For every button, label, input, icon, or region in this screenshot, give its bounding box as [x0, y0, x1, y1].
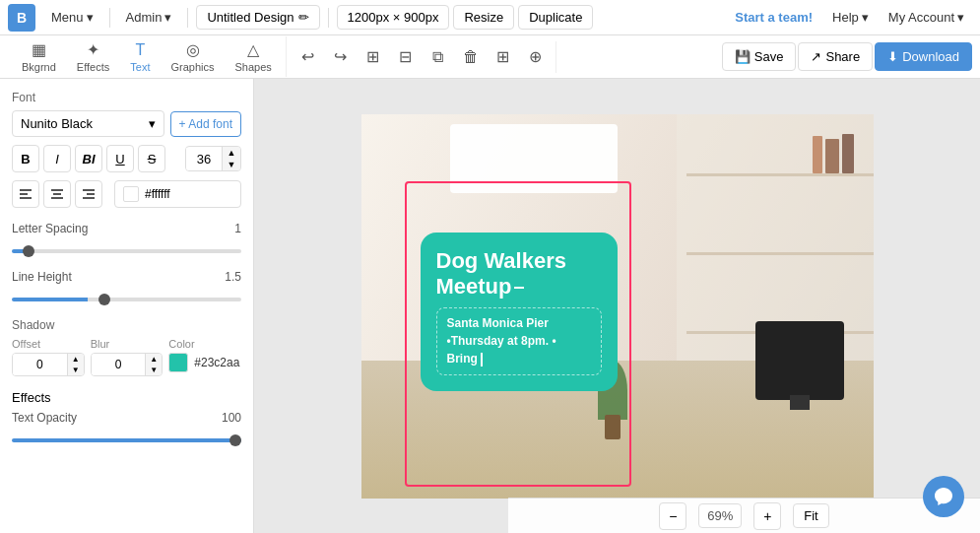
admin-button[interactable]: Admin ▾: [118, 6, 180, 29]
copy-button[interactable]: ⧉: [423, 41, 454, 73]
tool-tabs: ▦ Bkgrnd ✦ Effects T Text ◎ Graphics △ S…: [8, 36, 287, 77]
text-opacity-value: 100: [222, 411, 241, 425]
plant-pot: [605, 415, 621, 439]
shadow-blur-field: Blur ▲ ▼: [91, 338, 163, 376]
opacity-slider-container: [12, 431, 241, 445]
zoom-in-button[interactable]: +: [753, 502, 781, 530]
download-icon: ⬇: [887, 49, 898, 64]
tab-effects[interactable]: ✦ Effects: [67, 36, 119, 77]
main-area: Font Nunito Black ▾ + Add font B I: [0, 79, 980, 533]
magnet-button[interactable]: ⊕: [520, 41, 552, 73]
book-3: [813, 136, 822, 173]
menu-button[interactable]: Menu ▾: [43, 6, 101, 29]
tab-shapes[interactable]: △ Shapes: [226, 36, 282, 77]
align-left-button[interactable]: [12, 180, 39, 208]
underline-button[interactable]: U: [106, 145, 134, 172]
download-button[interactable]: ⬇ Download: [875, 42, 972, 71]
redo-button[interactable]: ↪: [325, 41, 357, 73]
tab-bkgrnd[interactable]: ▦ Bkgrnd: [12, 36, 66, 77]
tab-text[interactable]: T Text: [120, 37, 160, 77]
blur-label: Blur: [91, 338, 163, 350]
strikethrough-button[interactable]: S: [138, 145, 165, 172]
effects-label: Effects: [12, 390, 51, 405]
blur-input[interactable]: [92, 354, 146, 375]
paste-style-button[interactable]: ⊟: [390, 41, 422, 73]
left-panel: Font Nunito Black ▾ + Add font B I: [0, 79, 254, 533]
canvas-size-button[interactable]: 1200px × 900px: [337, 5, 450, 30]
share-icon: ↗: [811, 49, 821, 64]
font-size-down-button[interactable]: ▼: [223, 159, 240, 170]
main-toolbar: ▦ Bkgrnd ✦ Effects T Text ◎ Graphics △ S…: [0, 35, 980, 79]
nav-divider-2: [187, 8, 188, 28]
add-font-button[interactable]: + Add font: [170, 111, 241, 137]
nav-divider: [109, 8, 110, 28]
design-name-button[interactable]: Untitled Design ✏: [196, 5, 319, 30]
font-select[interactable]: Nunito Black ▾: [12, 110, 164, 137]
tab-graphics[interactable]: ◎ Graphics: [161, 36, 224, 77]
shadow-color-field: Color #23c2aa: [168, 338, 241, 376]
account-button[interactable]: My Account ▾: [881, 6, 972, 29]
copy-style-button[interactable]: ⊞: [358, 41, 389, 73]
logo-icon: B: [8, 4, 35, 32]
offset-down[interactable]: ▼: [68, 365, 84, 375]
start-team-button[interactable]: Start a team!: [727, 6, 820, 29]
save-button[interactable]: 💾 Save: [722, 42, 797, 71]
align-row: #ffffff: [12, 180, 241, 208]
admin-chevron-icon: ▾: [164, 10, 171, 25]
letter-spacing-slider[interactable]: [12, 249, 241, 253]
line-height-slider[interactable]: [12, 298, 241, 301]
offset-spinners: ▲ ▼: [67, 354, 84, 375]
svg-rect-0: [20, 189, 32, 191]
chat-bubble[interactable]: [923, 476, 964, 517]
blur-up[interactable]: ▲: [146, 354, 162, 365]
undo-button[interactable]: ↩: [293, 41, 324, 73]
svg-rect-2: [20, 197, 32, 199]
color-box[interactable]: #ffffff: [114, 180, 241, 208]
office-scene: Dog Walkers Meetup Santa Monica Pier •Th…: [361, 114, 874, 499]
share-button[interactable]: ↗ Share: [798, 42, 873, 71]
letter-spacing-section: Letter Spacing 1: [12, 222, 241, 256]
svg-rect-5: [51, 197, 63, 199]
format-row: B I BI U S 36 ▲ ▼: [12, 145, 241, 172]
canvas-bottom-bar: − 69% + Fit: [508, 498, 980, 533]
font-row: Nunito Black ▾ + Add font: [12, 110, 241, 137]
account-chevron-icon: ▾: [957, 10, 964, 25]
blur-input-group: ▲ ▼: [91, 353, 163, 376]
bold-italic-button[interactable]: BI: [75, 145, 102, 172]
help-button[interactable]: Help ▾: [824, 6, 877, 29]
shadow-color-swatch[interactable]: [168, 353, 188, 372]
pencil-icon: ✏: [298, 10, 309, 25]
font-chevron-icon: ▾: [149, 116, 156, 131]
delete-button[interactable]: 🗑: [455, 41, 487, 73]
svg-rect-3: [51, 189, 63, 191]
align-right-button[interactable]: [75, 180, 102, 208]
shadow-label: Shadow: [12, 318, 241, 332]
bold-button[interactable]: B: [12, 145, 39, 172]
book-1: [842, 134, 854, 173]
svg-rect-4: [53, 193, 61, 195]
fit-button[interactable]: Fit: [793, 503, 828, 528]
offset-input[interactable]: [13, 354, 67, 375]
font-size-input[interactable]: 36: [186, 148, 222, 170]
card-line2: •Thursday at 8pm. •: [447, 334, 591, 348]
line-height-section: Line Height 1.5: [12, 270, 241, 304]
grid-button[interactable]: ⊞: [488, 41, 519, 73]
offset-input-group: ▲ ▼: [12, 353, 85, 376]
font-size-up-button[interactable]: ▲: [223, 147, 240, 159]
blur-down[interactable]: ▼: [146, 365, 162, 375]
text-opacity-label: Text Opacity: [12, 411, 77, 425]
italic-button[interactable]: I: [43, 145, 71, 172]
opacity-slider[interactable]: [12, 438, 241, 442]
zoom-level[interactable]: 69%: [698, 503, 742, 528]
offset-up[interactable]: ▲: [68, 354, 84, 365]
duplicate-button[interactable]: Duplicate: [518, 5, 593, 30]
resize-button[interactable]: Resize: [453, 5, 514, 30]
opacity-row: Text Opacity 100: [12, 411, 241, 425]
font-section-label: Font: [12, 91, 241, 104]
shadow-color-row: #23c2aa: [168, 353, 241, 372]
teal-card[interactable]: Dog Walkers Meetup Santa Monica Pier •Th…: [421, 233, 618, 392]
align-center-button[interactable]: [43, 180, 71, 208]
top-navigation: B Menu ▾ Admin ▾ Untitled Design ✏ 1200p…: [0, 0, 980, 35]
monitor: [755, 321, 844, 400]
zoom-out-button[interactable]: −: [659, 502, 686, 530]
